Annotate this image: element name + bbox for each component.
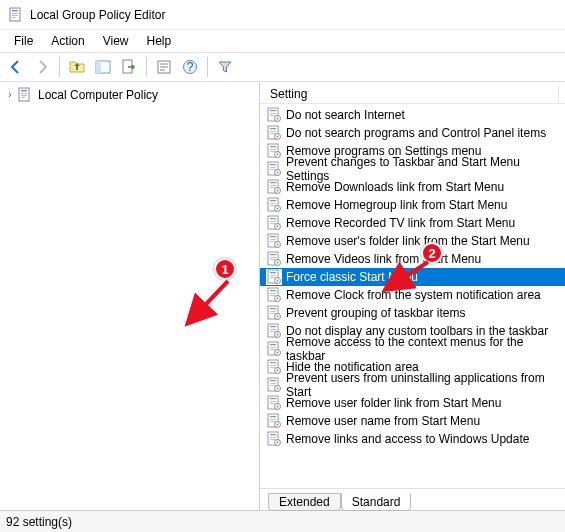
setting-item-icon	[266, 233, 282, 249]
setting-item-icon	[266, 413, 282, 429]
list-item-label: Remove Recorded TV link from Start Menu	[286, 216, 515, 230]
list-item[interactable]: Remove Recorded TV link from Start Menu	[260, 214, 565, 232]
list-item[interactable]: Remove Homegroup link from Start Menu	[260, 196, 565, 214]
column-setting[interactable]: Setting	[266, 85, 559, 103]
toolbar-separator	[59, 57, 60, 77]
tree-node-label: Local Computer Policy	[36, 88, 160, 102]
menu-view[interactable]: View	[95, 32, 137, 50]
list-item[interactable]: Do not search Internet	[260, 106, 565, 124]
svg-rect-21	[96, 61, 101, 73]
properties-button[interactable]	[152, 55, 176, 79]
app-icon	[8, 7, 24, 23]
setting-item-icon	[266, 305, 282, 321]
list-item-label: Prevent users from uninstalling applicat…	[286, 371, 559, 399]
toolbar-separator	[207, 57, 208, 77]
properties-icon	[156, 59, 172, 75]
list-item-label: Prevent changes to Taskbar and Start Men…	[286, 155, 559, 183]
details-pane: Setting Do not search InternetDo not sea…	[260, 82, 565, 510]
tree-pane-icon	[95, 59, 111, 75]
chevron-right-icon[interactable]: ›	[4, 89, 16, 101]
arrow-right-icon	[34, 59, 50, 75]
list-item-label: Remove user name from Start Menu	[286, 414, 480, 428]
list-item-label: Remove Downloads link from Start Menu	[286, 180, 504, 194]
list-item-label: Remove links and access to Windows Updat…	[286, 432, 529, 446]
arrow-left-icon	[8, 59, 24, 75]
menubar: FileActionViewHelp	[0, 30, 565, 52]
forward-button[interactable]	[30, 55, 54, 79]
tree-node[interactable]: ›Local Computer Policy	[0, 86, 259, 104]
setting-item-icon	[266, 377, 282, 393]
menu-file[interactable]: File	[6, 32, 41, 50]
list-item[interactable]: Prevent users from uninstalling applicat…	[260, 376, 565, 394]
list-item-label: Remove user's folder link from the Start…	[286, 234, 530, 248]
setting-item-icon	[266, 395, 282, 411]
setting-item-icon	[266, 143, 282, 159]
folder-up-icon	[69, 59, 85, 75]
list-item-label: Prevent grouping of taskbar items	[286, 306, 465, 320]
list-header[interactable]: Setting	[260, 82, 565, 104]
setting-item-icon	[266, 431, 282, 447]
setting-item-icon	[266, 161, 282, 177]
setting-item-icon	[266, 359, 282, 375]
list-item-label: Remove user folder link from Start Menu	[286, 396, 501, 410]
list-item-label: Do not search programs and Control Panel…	[286, 126, 546, 140]
help-icon: ?	[182, 59, 198, 75]
setting-item-icon	[266, 269, 282, 285]
setting-item-icon	[266, 341, 282, 357]
show-hide-console-tree-button[interactable]	[91, 55, 115, 79]
main-split: ›Local Computer Policy Setting Do not se…	[0, 82, 565, 510]
help-button[interactable]: ?	[178, 55, 202, 79]
menu-help[interactable]: Help	[139, 32, 180, 50]
toolbar: ?	[0, 52, 565, 82]
window-title: Local Group Policy Editor	[30, 8, 165, 22]
tab-extended[interactable]: Extended	[268, 493, 341, 511]
menu-action[interactable]: Action	[43, 32, 92, 50]
list-item[interactable]: Remove Videos link from Start Menu	[260, 250, 565, 268]
list-item-label: Force classic Start Menu	[286, 270, 418, 284]
list-item[interactable]: Remove user's folder link from the Start…	[260, 232, 565, 250]
titlebar: Local Group Policy Editor	[0, 0, 565, 30]
list-item-label: Remove Clock from the system notificatio…	[286, 288, 541, 302]
list-export-icon	[121, 59, 137, 75]
setting-item-icon	[266, 251, 282, 267]
list-item[interactable]: Remove user name from Start Menu	[260, 412, 565, 430]
toolbar-separator	[146, 57, 147, 77]
list-item-label: Remove Videos link from Start Menu	[286, 252, 481, 266]
tab-standard[interactable]: Standard	[341, 493, 412, 511]
list-item[interactable]: Force classic Start Menu	[260, 268, 565, 286]
list-item[interactable]: Do not search programs and Control Panel…	[260, 124, 565, 142]
setting-item-icon	[266, 125, 282, 141]
list-item[interactable]: Remove links and access to Windows Updat…	[260, 430, 565, 448]
list-item[interactable]: Remove Clock from the system notificatio…	[260, 286, 565, 304]
export-list-button[interactable]	[117, 55, 141, 79]
setting-item-icon	[266, 323, 282, 339]
list-item[interactable]: Remove access to the context menus for t…	[260, 340, 565, 358]
list-item[interactable]: Prevent grouping of taskbar items	[260, 304, 565, 322]
up-button[interactable]	[65, 55, 89, 79]
status-text: 92 setting(s)	[6, 515, 72, 529]
list-item-label: Remove Homegroup link from Start Menu	[286, 198, 507, 212]
setting-item-icon	[266, 179, 282, 195]
svg-text:?: ?	[187, 60, 194, 74]
list-item[interactable]: Prevent changes to Taskbar and Start Men…	[260, 160, 565, 178]
console-tree[interactable]: ›Local Computer Policy	[0, 86, 259, 104]
setting-item-icon	[266, 287, 282, 303]
policy-icon	[17, 87, 33, 103]
back-button[interactable]	[4, 55, 28, 79]
settings-list[interactable]: Do not search InternetDo not search prog…	[260, 104, 565, 488]
details-tabs: ExtendedStandard	[260, 488, 565, 510]
setting-item-icon	[266, 197, 282, 213]
filter-button[interactable]	[213, 55, 237, 79]
status-bar: 92 setting(s)	[0, 510, 565, 532]
setting-item-icon	[266, 215, 282, 231]
list-item-label: Remove access to the context menus for t…	[286, 335, 559, 363]
filter-icon	[217, 59, 233, 75]
setting-item-icon	[266, 107, 282, 123]
list-item-label: Do not search Internet	[286, 108, 405, 122]
console-tree-pane[interactable]: ›Local Computer Policy	[0, 82, 260, 510]
